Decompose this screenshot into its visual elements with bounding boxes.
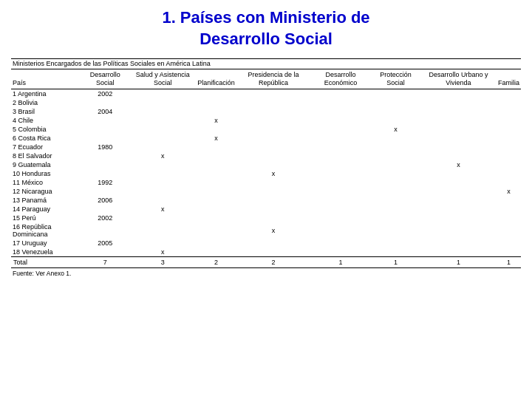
cell-13-0: 14 Paraguay [11,205,81,214]
cell-13-8 [497,205,521,214]
cell-16-8 [497,239,521,248]
page: 1. Países con Ministerio de Desarrollo S… [0,0,532,399]
total-label: Total [11,256,81,267]
cell-4-0: 5 Colombia [11,125,81,134]
cell-11-5 [310,187,371,196]
cell-16-4 [236,239,310,248]
cell-12-6 [371,196,420,205]
table-row: 12 Nicaraguax [11,187,521,196]
cell-7-5 [310,151,371,160]
total-c6: 1 [371,256,420,267]
table-row: 16 República Dominicanax [11,222,521,239]
cell-14-4 [236,214,310,222]
cell-11-0: 12 Nicaragua [11,187,81,196]
cell-15-0: 16 República Dominicana [11,222,81,239]
cell-3-5 [310,116,371,125]
cell-15-3 [196,222,236,239]
cell-12-2 [129,196,196,205]
cell-13-6 [371,205,420,214]
cell-2-2 [129,107,196,116]
cell-8-0: 9 Guatemala [11,160,81,169]
cell-14-1: 2002 [81,214,130,222]
cell-5-7 [420,134,497,143]
cell-0-3 [196,89,236,98]
cell-4-6: x [371,125,420,134]
main-table: Ministerios Encargados de las Políticas … [11,58,521,278]
total-row: Total 7 3 2 2 1 1 1 1 [11,256,521,267]
cell-9-6 [371,169,420,178]
cell-15-5 [310,222,371,239]
cell-13-2: x [129,205,196,214]
cell-2-0: 3 Brasil [11,107,81,116]
cell-16-3 [196,239,236,248]
col-header-des-social: Desarrollo Social [81,69,130,89]
col-header-familia: Familia [497,69,521,89]
cell-4-7 [420,125,497,134]
cell-4-3 [196,125,236,134]
table-row: 3 Brasil2004 [11,107,521,116]
cell-7-3 [196,151,236,160]
cell-14-3 [196,214,236,222]
table-row: 13 Panamá2006 [11,196,521,205]
cell-15-2 [129,222,196,239]
table-row: 8 El Salvadorx [11,151,521,160]
cell-0-4 [236,89,310,98]
cell-7-1 [81,151,130,160]
cell-13-3 [196,205,236,214]
cell-10-7 [420,178,497,187]
cell-0-7 [420,89,497,98]
table-row: 4 Chilex [11,116,521,125]
cell-8-8 [497,160,521,169]
cell-17-4 [236,248,310,257]
table-row: 18 Venezuelax [11,248,521,257]
cell-4-2 [129,125,196,134]
cell-11-2 [129,187,196,196]
cell-14-2 [129,214,196,222]
cell-15-7 [420,222,497,239]
cell-17-8 [497,248,521,257]
cell-4-8 [497,125,521,134]
cell-7-2: x [129,151,196,160]
cell-2-4 [236,107,310,116]
cell-9-5 [310,169,371,178]
col-header-salud: Salud y Asistencia Social [129,69,196,89]
cell-3-6 [371,116,420,125]
cell-13-7 [420,205,497,214]
cell-0-5 [310,89,371,98]
cell-9-2 [129,169,196,178]
cell-14-8 [497,214,521,222]
cell-2-7 [420,107,497,116]
cell-16-5 [310,239,371,248]
cell-8-3 [196,160,236,169]
cell-0-2 [129,89,196,98]
table-row: 15 Perú2002 [11,214,521,222]
cell-10-0: 11 México [11,178,81,187]
cell-10-2 [129,178,196,187]
cell-16-2 [129,239,196,248]
cell-7-4 [236,151,310,160]
cell-12-4 [236,196,310,205]
cell-4-5 [310,125,371,134]
cell-11-1 [81,187,130,196]
cell-7-6 [371,151,420,160]
cell-12-7 [420,196,497,205]
table-row: 10 Hondurasx [11,169,521,178]
cell-0-6 [371,89,420,98]
cell-15-6 [371,222,420,239]
table-row: 9 Guatemalax [11,160,521,169]
total-c1: 7 [81,256,130,267]
cell-3-3: x [196,116,236,125]
cell-1-2 [129,98,196,107]
page-title: 1. Países con Ministerio de Desarrollo S… [11,7,521,50]
cell-1-0: 2 Bolivia [11,98,81,107]
total-c2: 3 [129,256,196,267]
cell-15-1 [81,222,130,239]
cell-6-8 [497,143,521,151]
cell-6-0: 7 Ecuador [11,143,81,151]
cell-1-4 [236,98,310,107]
cell-5-4 [236,134,310,143]
table-wrapper: Ministerios Encargados de las Políticas … [11,58,521,278]
table-row: 14 Paraguayx [11,205,521,214]
cell-17-7 [420,248,497,257]
cell-14-0: 15 Perú [11,214,81,222]
